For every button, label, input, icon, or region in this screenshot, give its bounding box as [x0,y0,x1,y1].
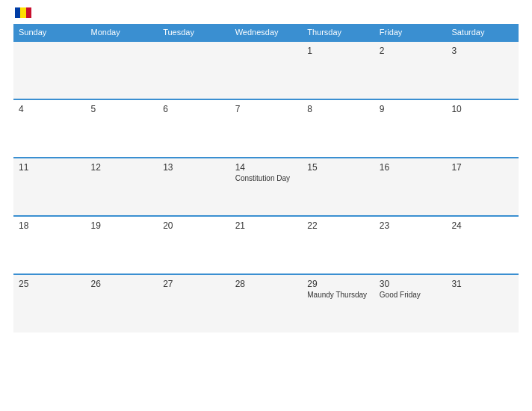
calendar-week-row: 45678910 [13,99,519,158]
calendar-cell: 14Constitution Day [230,158,303,216]
day-number: 25 [19,279,81,289]
calendar-cell: 30Good Friday [374,274,447,333]
day-number: 27 [163,279,225,289]
day-number: 16 [380,162,442,173]
day-number: 30 [380,279,442,289]
day-number: 19 [91,220,153,231]
day-number: 9 [380,104,442,114]
calendar-cell: 19 [86,216,158,274]
day-number: 22 [307,220,369,231]
calendar-cell: 31 [446,274,519,333]
holiday-label: Constitution Day [235,174,297,182]
svg-rect-0 [15,7,20,18]
calendar-header: Sunday Monday Tuesday Wednesday Thursday… [13,24,519,41]
calendar-cell [158,41,230,99]
day-number: 1 [307,46,369,56]
col-monday: Monday [86,24,158,41]
day-number: 18 [19,220,81,231]
calendar-week-row: 123 [13,41,519,99]
day-number: 29 [307,279,369,289]
calendar-cell: 15 [302,158,374,216]
calendar-cell: 13 [158,158,230,216]
calendar-week-row: 2526272829Maundy Thursday30Good Friday31 [13,274,519,333]
day-number: 21 [235,220,297,231]
calendar-cell: 21 [230,216,303,274]
calendar-cell: 26 [86,274,158,333]
day-number: 26 [91,279,153,289]
calendar-cell: 23 [374,216,447,274]
day-number: 8 [307,104,369,114]
calendar-cell: 11 [13,158,86,216]
col-sunday: Sunday [13,24,86,41]
header [13,7,519,18]
calendar-cell: 5 [86,99,158,158]
day-number: 24 [451,220,513,231]
calendar-cell: 4 [13,99,86,158]
day-number: 20 [163,220,225,231]
svg-rect-1 [20,7,26,18]
calendar-cell: 3 [446,41,519,99]
col-saturday: Saturday [446,24,519,41]
day-number: 31 [451,279,513,289]
logo [13,7,31,18]
day-number: 12 [91,162,153,173]
day-number: 11 [19,162,81,173]
calendar-cell [86,41,158,99]
day-number: 5 [91,104,153,114]
day-number: 6 [163,104,225,114]
weekday-header-row: Sunday Monday Tuesday Wednesday Thursday… [13,24,519,41]
calendar-cell: 28 [230,274,303,333]
day-number: 15 [307,162,369,173]
calendar-cell: 24 [446,216,519,274]
calendar-cell: 27 [158,274,230,333]
day-number: 4 [19,104,81,114]
calendar-cell: 20 [158,216,230,274]
day-number: 23 [380,220,442,231]
holiday-label: Maundy Thursday [307,291,369,299]
day-number: 2 [380,46,442,56]
calendar-cell: 8 [302,99,374,158]
col-thursday: Thursday [302,24,374,41]
holiday-label: Good Friday [380,291,442,299]
col-wednesday: Wednesday [230,24,303,41]
calendar-table: Sunday Monday Tuesday Wednesday Thursday… [13,24,519,333]
calendar-cell: 25 [13,274,86,333]
col-friday: Friday [374,24,447,41]
logo-flag-icon [15,7,31,18]
calendar-cell: 17 [446,158,519,216]
calendar-week-row: 11121314Constitution Day151617 [13,158,519,216]
day-number: 13 [163,162,225,173]
calendar-cell: 2 [374,41,447,99]
calendar-week-row: 18192021222324 [13,216,519,274]
calendar-cell: 18 [13,216,86,274]
day-number: 14 [235,162,297,173]
svg-rect-2 [26,7,31,18]
day-number: 28 [235,279,297,289]
calendar-cell [13,41,86,99]
calendar-cell: 1 [302,41,374,99]
calendar-cell: 16 [374,158,447,216]
calendar-cell: 9 [374,99,447,158]
calendar-cell: 22 [302,216,374,274]
col-tuesday: Tuesday [158,24,230,41]
calendar-cell: 29Maundy Thursday [302,274,374,333]
calendar-cell: 10 [446,99,519,158]
calendar-cell: 7 [230,99,303,158]
day-number: 10 [451,104,513,114]
day-number: 17 [451,162,513,173]
calendar-cell: 12 [86,158,158,216]
calendar-body: 1234567891011121314Constitution Day15161… [13,41,519,333]
calendar-cell [230,41,303,99]
day-number: 3 [451,46,513,56]
calendar-page: Sunday Monday Tuesday Wednesday Thursday… [0,0,532,411]
day-number: 7 [235,104,297,114]
calendar-cell: 6 [158,99,230,158]
